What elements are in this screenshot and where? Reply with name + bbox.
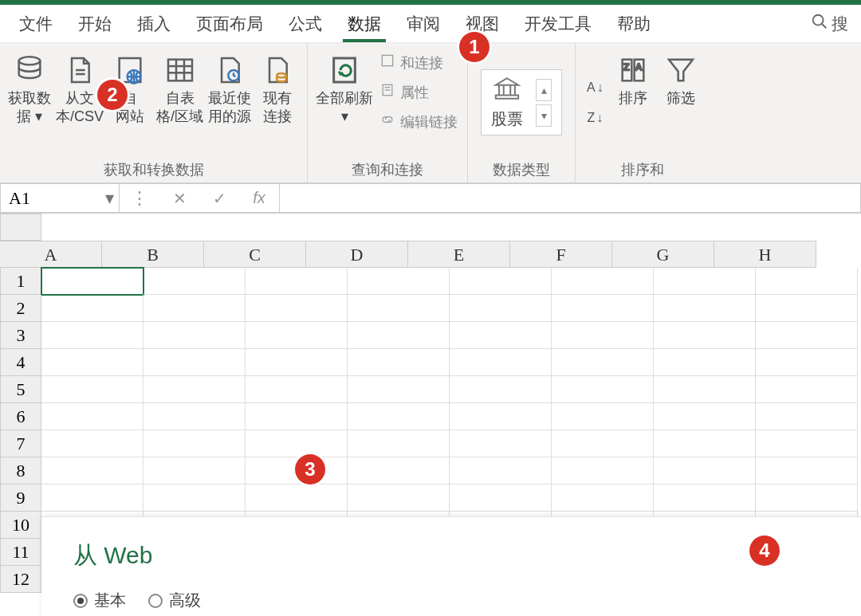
cell-D1[interactable] <box>348 268 450 295</box>
cell-G7[interactable] <box>654 430 756 457</box>
cell-F6[interactable] <box>552 403 654 430</box>
cell-A2[interactable] <box>41 295 144 322</box>
properties-button[interactable]: 属性 <box>379 82 458 102</box>
cell-C1[interactable] <box>246 268 348 295</box>
formula-input[interactable] <box>280 183 861 213</box>
cell-D6[interactable] <box>348 403 450 430</box>
cell-A1[interactable] <box>41 268 144 295</box>
cell-H7[interactable] <box>756 430 858 457</box>
cell-C3[interactable] <box>246 322 348 349</box>
cell-C6[interactable] <box>246 403 348 430</box>
stocks-button[interactable]: 股票 ▴ ▾ <box>481 69 562 135</box>
sort-desc-button[interactable]: Z↓ <box>587 111 603 125</box>
col-header-A[interactable]: A <box>0 241 102 268</box>
tab-home[interactable]: 开始 <box>65 6 124 41</box>
row-header-11[interactable]: 11 <box>0 539 41 566</box>
cell-D4[interactable] <box>348 349 450 376</box>
cell-H4[interactable] <box>756 349 858 376</box>
cell-G8[interactable] <box>654 457 756 485</box>
cell-F3[interactable] <box>552 322 654 349</box>
row-header-2[interactable]: 2 <box>0 295 41 322</box>
row-header-12[interactable]: 12 <box>0 566 41 593</box>
cell-B7[interactable] <box>144 430 246 457</box>
cell-F1[interactable] <box>552 268 654 295</box>
cell-F8[interactable] <box>552 457 654 485</box>
enter-button[interactable]: ✓ <box>199 189 239 208</box>
cell-G1[interactable] <box>654 268 756 295</box>
col-header-H[interactable]: H <box>714 241 816 268</box>
cell-D2[interactable] <box>348 295 450 322</box>
row-header-1[interactable]: 1 <box>0 268 41 295</box>
cell-E3[interactable] <box>450 322 552 349</box>
stocks-down-button[interactable]: ▾ <box>536 104 552 127</box>
tab-review[interactable]: 审阅 <box>394 6 453 41</box>
recent-sources-button[interactable]: 最近使 用的源 <box>206 48 253 157</box>
get-data-button[interactable]: 获取数 据 ▾ <box>6 48 53 157</box>
cell-B8[interactable] <box>144 457 246 485</box>
cell-G2[interactable] <box>654 295 756 322</box>
cell-D9[interactable] <box>348 485 450 512</box>
cell-A4[interactable] <box>41 349 144 376</box>
cell-E8[interactable] <box>450 457 552 485</box>
cell-E2[interactable] <box>450 295 552 322</box>
cell-B9[interactable] <box>144 485 246 512</box>
cell-H6[interactable] <box>756 403 858 430</box>
edit-links-button[interactable]: 编辑链接 <box>379 112 458 131</box>
row-header-4[interactable]: 4 <box>0 349 41 376</box>
cell-H8[interactable] <box>756 457 858 485</box>
cell-B1[interactable] <box>144 268 246 295</box>
tab-data[interactable]: 数据 <box>335 6 394 41</box>
existing-connections-button[interactable]: 现有 连接 <box>254 48 301 157</box>
queries-connections-button[interactable]: 和连接 <box>379 53 458 73</box>
cell-D8[interactable] <box>348 457 450 485</box>
cell-D3[interactable] <box>348 322 450 349</box>
cell-F7[interactable] <box>552 430 654 457</box>
cell-D5[interactable] <box>348 376 450 403</box>
cell-E5[interactable] <box>450 376 552 403</box>
row-header-5[interactable]: 5 <box>0 376 41 403</box>
from-csv-button[interactable]: 从文 本/CSV <box>54 48 105 157</box>
search-button[interactable]: 搜 <box>804 13 855 35</box>
cell-G4[interactable] <box>654 349 756 376</box>
refresh-all-button[interactable]: 全部刷新 ▾ <box>314 48 375 157</box>
chevron-down-icon[interactable]: ▾ <box>105 188 114 209</box>
tab-help[interactable]: 帮助 <box>604 6 663 41</box>
cell-A3[interactable] <box>41 322 144 349</box>
cell-G3[interactable] <box>654 322 756 349</box>
cell-B2[interactable] <box>144 295 246 322</box>
row-header-8[interactable]: 8 <box>0 457 41 485</box>
cell-H1[interactable] <box>756 268 858 295</box>
cell-C9[interactable] <box>246 485 348 512</box>
tab-pagelayout[interactable]: 页面布局 <box>183 6 276 41</box>
cell-F2[interactable] <box>552 295 654 322</box>
cell-C4[interactable] <box>246 349 348 376</box>
cell-H5[interactable] <box>756 376 858 403</box>
cell-H9[interactable] <box>756 485 858 512</box>
options-button[interactable]: ⋮ <box>120 188 159 209</box>
cell-E9[interactable] <box>450 485 552 512</box>
cell-H2[interactable] <box>756 295 858 322</box>
cell-G9[interactable] <box>654 485 756 512</box>
cell-A5[interactable] <box>41 376 144 403</box>
cell-E6[interactable] <box>450 403 552 430</box>
col-header-G[interactable]: G <box>612 241 714 268</box>
name-box[interactable]: A1 ▾ <box>0 183 120 213</box>
radio-advanced[interactable]: 高级 <box>148 590 201 611</box>
from-table-button[interactable]: 自表 格/区域 <box>155 48 205 157</box>
cell-C5[interactable] <box>246 376 348 403</box>
cell-G5[interactable] <box>654 376 756 403</box>
cell-G6[interactable] <box>654 403 756 430</box>
row-header-7[interactable]: 7 <box>0 430 41 457</box>
cell-F5[interactable] <box>552 376 654 403</box>
col-header-D[interactable]: D <box>306 241 408 268</box>
col-header-E[interactable]: E <box>408 241 510 268</box>
row-header-6[interactable]: 6 <box>0 403 41 430</box>
cell-E4[interactable] <box>450 349 552 376</box>
radio-basic[interactable]: 基本 <box>73 590 126 611</box>
filter-button[interactable]: 筛选 <box>658 48 704 157</box>
cell-A6[interactable] <box>41 403 144 430</box>
sort-asc-button[interactable]: A↓ <box>587 80 603 95</box>
cell-A9[interactable] <box>41 485 144 512</box>
cell-B5[interactable] <box>144 376 246 403</box>
cell-E1[interactable] <box>450 268 552 295</box>
